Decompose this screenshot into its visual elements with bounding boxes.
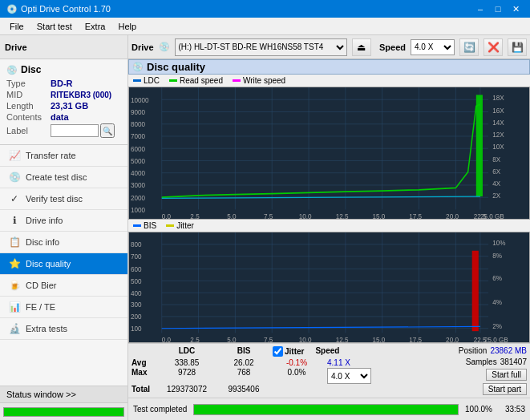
sidebar-item-create-test-disc-label: Create test disc — [26, 172, 87, 182]
read-speed-dot — [169, 79, 177, 82]
sidebar-item-fe-te-label: FE / TE — [26, 302, 55, 312]
close-button[interactable]: ✕ — [508, 2, 524, 16]
svg-text:6000: 6000 — [131, 144, 145, 153]
fe-te-icon: 📊 — [8, 301, 21, 313]
drive-select[interactable]: (H:) HL-DT-ST BD-RE WH16NS58 TST4 — [175, 38, 347, 56]
stop-button[interactable]: ❌ — [483, 38, 503, 56]
content-area: Drive 💿 (H:) HL-DT-ST BD-RE WH16NS58 TST… — [128, 35, 530, 420]
svg-text:500: 500 — [131, 277, 142, 286]
legend-ldc: LDC — [133, 76, 160, 85]
jitter-checkbox[interactable] — [273, 346, 283, 357]
disc-header: 💿 Disc — [6, 64, 121, 75]
eject-button[interactable]: ⏏ — [352, 38, 371, 56]
svg-text:2.5: 2.5 — [190, 336, 199, 342]
svg-text:4000: 4000 — [131, 169, 145, 178]
maximize-button[interactable]: □ — [490, 2, 506, 16]
bottom-bar: Test completed 100.0% 33:53 — [128, 398, 530, 420]
stats-bis-total: 9935406 — [220, 385, 268, 394]
svg-text:4X: 4X — [492, 180, 500, 188]
disc-label-row: Label 🔍 — [6, 123, 121, 138]
menu-help[interactable]: Help — [111, 20, 143, 33]
svg-text:25.0 GB: 25.0 GB — [484, 336, 508, 342]
svg-text:10.0: 10.0 — [299, 336, 312, 342]
stats-ldc-max: 9728 — [159, 368, 215, 384]
refresh-button[interactable]: 🔄 — [459, 38, 479, 56]
svg-text:1000: 1000 — [131, 205, 145, 214]
samples-value: 381407 — [500, 357, 527, 366]
read-speed-label: Read speed — [180, 76, 223, 85]
write-speed-label: Write speed — [243, 76, 285, 85]
menu-extra[interactable]: Extra — [79, 20, 112, 33]
svg-text:12.5: 12.5 — [336, 336, 349, 342]
sidebar-item-transfer-rate[interactable]: 📈 Transfer rate — [0, 145, 127, 167]
top-chart: 10000 9000 8000 7000 6000 5000 4000 3000… — [128, 87, 530, 220]
svg-rect-94 — [472, 251, 479, 331]
disc-label-input[interactable] — [51, 124, 99, 137]
sidebar-item-drive-info[interactable]: ℹ Drive info — [0, 210, 127, 232]
legend-read-speed: Read speed — [169, 76, 223, 85]
top-chart-svg: 10000 9000 8000 7000 6000 5000 4000 3000… — [129, 87, 529, 219]
disc-section: 💿 Disc Type BD-R MID RITEKBR3 (000) Leng… — [0, 59, 127, 145]
disc-label-label: Label — [6, 126, 51, 135]
sidebar-item-disc-quality[interactable]: ⭐ Disc quality — [0, 253, 127, 275]
menu-start-test[interactable]: Start test — [30, 20, 79, 33]
chart-title: Disc quality — [147, 61, 205, 73]
stats-jitter-header-area: Jitter — [273, 346, 304, 357]
save-button[interactable]: 💾 — [508, 38, 527, 56]
progress-bar-outer — [193, 404, 459, 415]
svg-text:16X: 16X — [492, 106, 504, 115]
disc-length-label: Length — [6, 101, 51, 111]
sidebar-item-fe-te[interactable]: 📊 FE / TE — [0, 297, 127, 318]
svg-text:2%: 2% — [492, 321, 502, 330]
ldc-label: LDC — [144, 76, 160, 85]
sidebar-item-verify-test-disc[interactable]: ✓ Verify test disc — [0, 188, 127, 210]
top-bar: Drive 💿 (H:) HL-DT-ST BD-RE WH16NS58 TST… — [128, 35, 530, 59]
minimize-button[interactable]: – — [472, 2, 488, 16]
svg-text:8000: 8000 — [131, 120, 145, 129]
position-row: Position 23862 MB — [459, 346, 527, 355]
svg-text:6X: 6X — [492, 167, 500, 176]
main-layout: Drive 💿 Disc Type BD-R MID RITEKBR3 (000… — [0, 35, 530, 420]
svg-text:0.0: 0.0 — [162, 212, 171, 220]
app-title: Opti Drive Control 1.70 — [21, 4, 111, 14]
sidebar-item-create-test-disc[interactable]: 💿 Create test disc — [0, 167, 127, 188]
disc-label-btn[interactable]: 🔍 — [100, 123, 115, 138]
stats-max-row: Max 9728 768 0.0% 4.0 X — [131, 368, 454, 384]
menu-bar: File Start test Extra Help — [0, 18, 530, 35]
svg-text:7000: 7000 — [131, 132, 145, 141]
svg-text:10%: 10% — [492, 239, 506, 248]
stats-empty-header — [131, 346, 154, 357]
speed-label: Speed — [379, 42, 406, 52]
menu-file[interactable]: File — [3, 20, 30, 33]
write-speed-dot — [233, 79, 241, 82]
drive-bar: Drive — [0, 35, 127, 59]
sidebar-item-disc-info-label: Disc info — [26, 237, 59, 247]
svg-text:9000: 9000 — [131, 107, 145, 116]
legend-jitter: Jitter — [166, 221, 194, 230]
disc-info-icon: 📋 — [8, 236, 21, 248]
start-full-button[interactable]: Start full — [486, 369, 527, 381]
disc-contents-value: data — [51, 112, 69, 122]
svg-text:15.0: 15.0 — [372, 212, 385, 220]
svg-text:6%: 6% — [492, 274, 502, 283]
svg-text:4%: 4% — [492, 298, 502, 307]
svg-text:7.5: 7.5 — [264, 336, 273, 342]
samples-row: Samples 381407 — [466, 357, 527, 366]
disc-icon: 💿 — [6, 65, 18, 75]
sidebar-item-cd-bier[interactable]: 🍺 CD Bier — [0, 275, 127, 297]
svg-text:10000: 10000 — [131, 95, 149, 104]
status-window-btn[interactable]: Status window >> — [0, 386, 127, 402]
stats-speed-avg: 4.11 X — [327, 358, 350, 367]
sidebar-bottom — [0, 402, 127, 420]
svg-text:12X: 12X — [492, 131, 504, 139]
drive-info-icon: ℹ — [8, 214, 21, 227]
title-bar: 💿 Opti Drive Control 1.70 – □ ✕ — [0, 0, 530, 18]
speed-dropdown[interactable]: 4.0 X — [327, 368, 371, 384]
stats-ldc-header: LDC — [159, 346, 215, 357]
start-part-button[interactable]: Start part — [483, 383, 527, 395]
status-text: Test completed — [133, 405, 187, 414]
sidebar-item-disc-info[interactable]: 📋 Disc info — [0, 232, 127, 253]
speed-select[interactable]: 4.0 X — [411, 39, 455, 55]
sidebar-item-extra-tests[interactable]: 🔬 Extra tests — [0, 318, 127, 340]
svg-text:5000: 5000 — [131, 156, 145, 165]
